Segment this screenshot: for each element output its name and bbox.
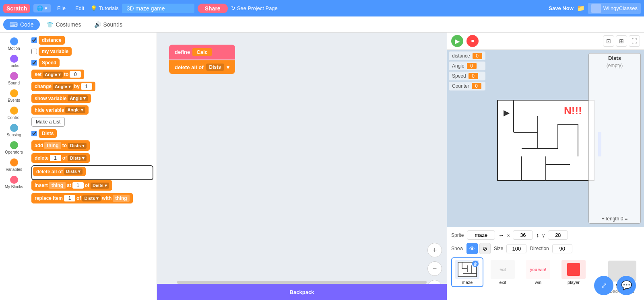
speed-checkbox[interactable]	[31, 60, 37, 66]
sidebar-item-variables[interactable]: Variables	[2, 157, 27, 173]
fullscreen-button[interactable]: ⛶	[629, 35, 640, 47]
share-button[interactable]: Share	[198, 4, 228, 13]
define-calc-block[interactable]: define Calc delete all of Dists ▾	[169, 45, 235, 74]
tab-code[interactable]: ⌨ Code	[3, 19, 40, 30]
sidebar-item-sensing[interactable]: Sensing	[2, 122, 27, 139]
speed-block[interactable]: Speed	[39, 58, 60, 67]
stage-and-vars: ▶ N!!! distance 0 Angle 0	[447, 50, 644, 227]
distance-var-display: distance 0	[449, 51, 485, 60]
set-block[interactable]: set Angle ▾ to	[31, 70, 84, 79]
replace-list-dropdown[interactable]: Dists ▾	[82, 195, 101, 201]
save-now-button[interactable]: Save Now	[549, 5, 573, 11]
project-name-input[interactable]	[122, 4, 194, 13]
dists-checkbox[interactable]	[31, 131, 37, 136]
main-area: Motion Looks Sound Events Control Sensin…	[0, 33, 644, 300]
stop-button[interactable]: ■	[466, 35, 479, 47]
y-coord-input[interactable]	[548, 230, 568, 240]
expand-fab-button[interactable]: ⤢	[594, 276, 613, 295]
tutorials-button[interactable]: 💡 Tutorials	[91, 5, 118, 11]
edit-menu[interactable]: Edit	[72, 4, 87, 12]
thing-value: thing	[44, 142, 61, 149]
sidebar-item-control[interactable]: Control	[2, 105, 27, 121]
hide-variable-block[interactable]: hide variable Angle ▾	[31, 105, 89, 115]
sprite-name-input[interactable]	[467, 230, 495, 240]
sprite-item-exit[interactable]: exit exit	[487, 257, 519, 287]
my-variable-row: my variable	[31, 47, 153, 56]
delete-value-input[interactable]	[50, 155, 61, 161]
delete-block[interactable]: delete of Dists ▾	[31, 153, 90, 163]
make-list-button[interactable]: Make a List	[31, 117, 65, 127]
hide-var-dropdown[interactable]: Angle ▾	[65, 107, 85, 113]
user-name: WiingyClasses	[603, 5, 638, 11]
resize-small-button[interactable]: ⊡	[603, 35, 614, 47]
top-bar: Scratch 🌐 ▾ File Edit 💡 Tutorials Share …	[0, 0, 644, 16]
svg-text:N!!!: N!!!	[564, 105, 582, 117]
change-value-input[interactable]	[81, 83, 92, 90]
sprite-item-player[interactable]: player	[557, 257, 590, 287]
distance-variable-row: distance	[31, 36, 153, 45]
delete-all-block[interactable]: delete all of Dists ▾	[33, 167, 86, 176]
my-variable-block[interactable]: my variable	[39, 47, 72, 56]
speed-variable-row: Speed	[31, 58, 153, 67]
player-color-block	[567, 263, 580, 276]
tab-sounds[interactable]: 🔊 Sounds	[88, 19, 129, 30]
stage-resize-controls: ⊡ ⊞ ⛶	[603, 35, 640, 47]
insert-block[interactable]: insert thing at of Dists ▾	[31, 180, 112, 191]
delete-maze-button[interactable]: 🗑	[472, 261, 479, 267]
delete-list-dropdown[interactable]: Dists ▾	[68, 155, 87, 161]
show-visible-button[interactable]: 👁	[466, 243, 478, 254]
show-variable-block[interactable]: show variable Angle ▾	[31, 94, 91, 103]
zoom-out-button[interactable]: −	[427, 261, 442, 276]
insert-thing: thing	[49, 182, 66, 189]
resize-large-button[interactable]: ⊞	[616, 35, 627, 47]
dists-block[interactable]: Dists	[39, 129, 57, 138]
folder-icon[interactable]: 📁	[577, 4, 585, 12]
see-project-page-button[interactable]: ↻ See Project Page	[231, 5, 278, 11]
insert-list-dropdown[interactable]: Dists ▾	[91, 183, 109, 189]
size-input[interactable]	[506, 244, 526, 253]
file-menu[interactable]: File	[54, 4, 69, 12]
replace-thing: thing	[113, 195, 129, 202]
insert-val-input[interactable]	[72, 182, 84, 189]
backpack-bar[interactable]: Backpack	[157, 284, 447, 300]
tabs-row: ⌨ Code 👕 Costumes 🔊 Sounds	[0, 16, 644, 33]
show-var-dropdown[interactable]: Angle ▾	[68, 95, 88, 101]
add-block[interactable]: add thing to Dists ▾	[31, 140, 90, 151]
replace-block[interactable]: replace item of Dists ▾ with thing	[31, 193, 133, 203]
zoom-in-button[interactable]: +	[427, 243, 442, 257]
add-list-dropdown[interactable]: Dists ▾	[68, 143, 87, 149]
sidebar-item-sound[interactable]: Sound	[2, 70, 27, 87]
delete-all-dropdown[interactable]: Dists ▾	[64, 168, 83, 175]
sidebar-item-events[interactable]: Events	[2, 88, 27, 104]
set-value-input[interactable]	[70, 71, 81, 78]
tab-costumes[interactable]: 👕 Costumes	[40, 19, 87, 30]
globe-button[interactable]: 🌐 ▾	[33, 4, 51, 12]
sidebar-item-operators[interactable]: Operators	[2, 140, 27, 156]
set-var-dropdown[interactable]: Angle ▾	[43, 72, 63, 78]
editor-dists-dropdown[interactable]: Dists	[206, 64, 224, 71]
change-block[interactable]: change Angle ▾ by	[31, 82, 95, 91]
x-coord-input[interactable]	[513, 230, 533, 240]
my-variable-checkbox[interactable]	[31, 49, 37, 54]
chat-fab-button[interactable]: 💬	[617, 276, 636, 295]
maze-thumb: 🗑	[455, 260, 479, 279]
distance-block[interactable]: distance	[39, 36, 65, 45]
list-footer: + length 0 =	[602, 216, 628, 222]
exit-thumb: exit	[491, 260, 515, 279]
maze-display: ▶ N!!! distance 0 Angle 0	[447, 50, 644, 227]
horizontal-scrollbar[interactable]	[177, 281, 427, 284]
show-hide-buttons: 👁 ⊘	[466, 243, 491, 254]
sprite-item-win[interactable]: you win! win	[522, 257, 554, 287]
distance-checkbox[interactable]	[31, 37, 37, 43]
show-hidden-button[interactable]: ⊘	[479, 243, 491, 254]
replace-val-input[interactable]	[64, 195, 75, 201]
add-thing-row: add thing to Dists ▾	[31, 140, 153, 151]
sprite-item-maze[interactable]: 🗑 maze	[451, 257, 483, 287]
change-var-dropdown[interactable]: Angle ▾	[53, 84, 73, 90]
sidebar-item-my-blocks[interactable]: My Blocks	[2, 174, 27, 191]
green-flag-button[interactable]: ▶	[451, 35, 463, 47]
sidebar-item-motion[interactable]: Motion	[2, 36, 27, 52]
direction-input[interactable]	[552, 244, 572, 253]
sidebar-item-looks[interactable]: Looks	[2, 53, 27, 70]
user-badge: WiingyClasses	[588, 3, 641, 14]
